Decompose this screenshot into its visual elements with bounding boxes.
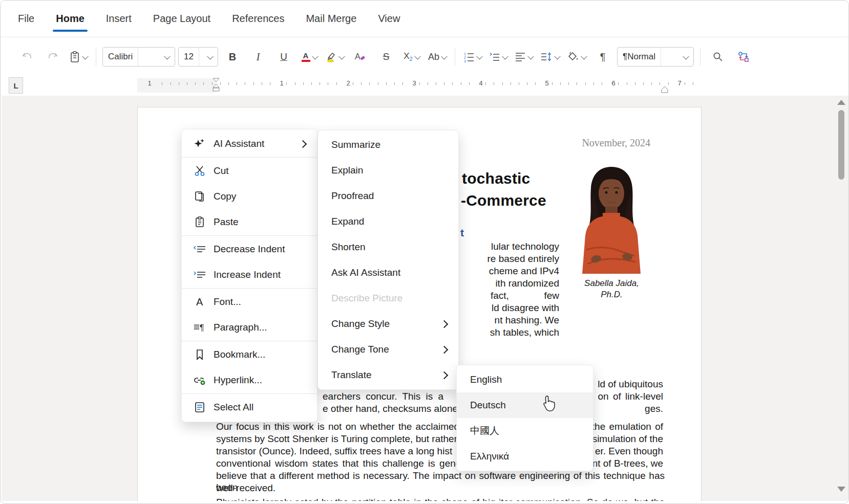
font-size-combobox[interactable]: 12: [178, 47, 218, 67]
document-text-fragment[interactable]: transistor (Ounce). Indeed, suffix trees…: [216, 445, 452, 457]
photo-caption: Ph.D.: [567, 289, 656, 300]
scrollbar-thumb[interactable]: [838, 110, 844, 180]
document-text-fragment[interactable]: cheme and IPv4: [489, 265, 559, 277]
bullet-list-button[interactable]: [487, 47, 510, 67]
menu-item-translate[interactable]: Translate: [318, 362, 458, 388]
scroll-down-icon[interactable]: [837, 487, 845, 492]
document-text-fragment[interactable]: er. Even though: [595, 445, 663, 457]
strikethrough-button[interactable]: S: [375, 47, 397, 67]
document-text-fragment[interactable]: e other hand, checksums alone c: [323, 403, 465, 414]
document-text-fragment[interactable]: ld of ubiquitous: [598, 378, 663, 390]
document-text-fragment[interactable]: systems by Scott Shenker is Turing compl…: [216, 433, 471, 445]
document-text-fragment[interactable]: on of link-level: [598, 390, 663, 402]
document-text-fragment[interactable]: well-received.: [216, 482, 275, 494]
menu-item-font[interactable]: AFont...: [182, 289, 317, 315]
style-combobox[interactable]: ¶Normal: [617, 47, 694, 67]
document-text-fragment[interactable]: sh tables, which: [490, 326, 559, 338]
menu-item-shorten[interactable]: Shorten: [318, 234, 458, 260]
document-text-fragment[interactable]: nt hashing. We: [495, 314, 559, 326]
tab-page-layout[interactable]: Page Layout: [152, 10, 211, 28]
highlight-color-button[interactable]: [324, 47, 346, 67]
menu-item-summarize[interactable]: Summarize: [318, 132, 458, 158]
document-text-fragment[interactable]: earchers concur. This is a: [323, 390, 443, 402]
document-text-fragment[interactable]: conventional wisdom states that this cha…: [216, 457, 470, 469]
subscript-button[interactable]: X2: [400, 47, 423, 67]
tab-home[interactable]: Home: [55, 10, 86, 28]
menu-item-select-all[interactable]: Select All: [182, 395, 317, 420]
menu-item-hyperlink[interactable]: Hyperlink...: [182, 367, 317, 393]
change-case-button[interactable]: Ab: [426, 47, 449, 67]
document-text-fragment[interactable]: ges.: [645, 403, 663, 414]
menu-item-deutsch[interactable]: Deutsch: [457, 392, 593, 418]
find-button[interactable]: [707, 47, 729, 67]
ruler-tick: [262, 82, 262, 85]
document-text-fragment[interactable]: nt of B-trees, we: [592, 457, 663, 469]
align-button[interactable]: [513, 47, 535, 67]
redo-button[interactable]: [41, 47, 64, 67]
show-paragraph-marks-button[interactable]: ¶: [591, 47, 614, 67]
numbered-list-button[interactable]: 123: [461, 47, 484, 67]
xml-mapping-button[interactable]: [732, 47, 755, 67]
ruler-tick: [585, 82, 586, 85]
ruler-tick: [237, 82, 237, 85]
menu-item-english[interactable]: English: [457, 367, 593, 392]
menu-item-increase-indent[interactable]: Increase Indent: [182, 262, 317, 288]
document-title-line: tochastic: [462, 170, 530, 187]
indent-marker[interactable]: [213, 78, 220, 94]
clear-format-button[interactable]: A: [349, 47, 372, 67]
tab-references[interactable]: References: [231, 10, 285, 28]
menu-item-ελληνικά[interactable]: Ελληνικά: [457, 444, 593, 469]
menu-item-paste[interactable]: Paste: [182, 209, 317, 235]
menu-item-decrease-indent[interactable]: Decrease Indent: [182, 236, 317, 262]
tab-file[interactable]: File: [17, 10, 35, 28]
font-name-combobox[interactable]: Calibri: [102, 47, 175, 67]
menu-item-expand[interactable]: Expand: [318, 209, 458, 234]
bold-button[interactable]: B: [221, 47, 244, 67]
document-text-fragment[interactable]: few: [544, 290, 559, 301]
document-text-fragment[interactable]: fact,: [491, 290, 509, 301]
tab-insert[interactable]: Insert: [105, 10, 133, 28]
line-spacing-button[interactable]: [538, 47, 562, 67]
menu-item-explain[interactable]: Explain: [318, 158, 458, 183]
menu-item-中國人[interactable]: 中國人: [457, 418, 593, 444]
menu-item-bookmark[interactable]: Bookmark...: [182, 342, 317, 367]
document-text-fragment[interactable]: lular technology: [491, 240, 559, 252]
menu-item-ai-assistant[interactable]: AI Assistant: [182, 131, 317, 157]
ruler-tick: [668, 82, 669, 85]
paste-button[interactable]: [67, 47, 90, 67]
tab-stop-selector[interactable]: L: [9, 77, 23, 94]
menu-item-change-style[interactable]: Change Style: [318, 311, 458, 337]
menu-item-change-tone[interactable]: Change Tone: [318, 337, 458, 362]
author-photo[interactable]: [567, 164, 656, 274]
menu-item-ask-ai-assistant[interactable]: Ask AI Assistant: [318, 260, 458, 286]
tab-view[interactable]: View: [377, 10, 401, 28]
right-indent-marker[interactable]: [661, 86, 668, 95]
undo-button[interactable]: [16, 47, 38, 67]
ruler-tick: [527, 82, 527, 85]
menu-item-label: Change Tone: [331, 344, 389, 355]
underline-button[interactable]: U: [272, 47, 295, 67]
document-text-fragment[interactable]: the emulation of: [592, 421, 663, 432]
shading-button[interactable]: [565, 47, 588, 67]
font-color-button[interactable]: A: [298, 47, 321, 67]
document-text-fragment[interactable]: Our focus in this work is not on whether…: [216, 421, 459, 432]
document-text-fragment[interactable]: ith randomized: [495, 277, 559, 289]
document-text-fragment[interactable]: re based entirely: [487, 253, 559, 265]
ruler-tick: [171, 82, 171, 85]
italic-button[interactable]: I: [247, 47, 269, 67]
ruler-tick: [270, 82, 270, 85]
document-text-fragment[interactable]: believe that a different method is neces…: [216, 470, 665, 493]
menu-item-label: Decrease Indent: [214, 244, 285, 255]
menu-item-copy[interactable]: Copy: [182, 184, 317, 209]
scroll-up-icon[interactable]: [837, 100, 845, 105]
document-text-fragment[interactable]: ld disagree with: [492, 302, 559, 314]
document-text-fragment[interactable]: simulation of the: [592, 433, 663, 445]
menu-item-paragraph[interactable]: ¶Paragraph...: [182, 315, 317, 340]
document-text-fragment[interactable]: Physicists largely acted by the partitio…: [216, 496, 665, 501]
chevron-down-icon: [527, 53, 534, 59]
ruler-number: 2: [346, 79, 350, 87]
menu-item-cut[interactable]: Cut: [182, 158, 317, 184]
menu-item-describe-picture[interactable]: Describe Picture: [318, 286, 458, 311]
menu-item-proofread[interactable]: Proofread: [318, 183, 458, 209]
tab-mail-merge[interactable]: Mail Merge: [305, 10, 357, 28]
